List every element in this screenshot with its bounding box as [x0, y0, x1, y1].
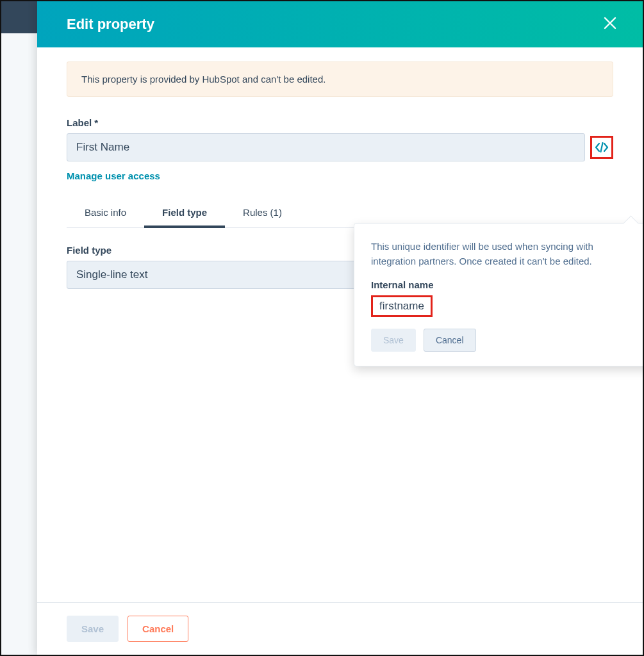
modal-footer: Save Cancel [37, 602, 643, 655]
field-type-value: Single-line text [76, 268, 148, 281]
background-sidebar [1, 33, 37, 655]
tabs: Basic info Field type Rules (1) [67, 199, 361, 228]
popover-cancel-button[interactable]: Cancel [424, 329, 476, 352]
internal-name-popover: This unique identifier will be used when… [354, 223, 643, 366]
modal-header: Edit property [37, 1, 643, 47]
edit-property-modal: Edit property This property is provided … [37, 1, 643, 655]
readonly-alert: This property is provided by HubSpot and… [67, 62, 613, 97]
popover-description: This unique identifier will be used when… [371, 239, 639, 269]
internal-name-toggle[interactable] [590, 136, 613, 159]
tab-basic-info[interactable]: Basic info [67, 199, 144, 228]
popover-save-button[interactable]: Save [371, 329, 416, 352]
cancel-button[interactable]: Cancel [128, 616, 188, 642]
save-button[interactable]: Save [67, 616, 119, 642]
popover-actions: Save Cancel [371, 329, 639, 352]
internal-name-value: firstname [371, 295, 433, 317]
alert-text: This property is provided by HubSpot and… [81, 74, 326, 85]
manage-user-access-link[interactable]: Manage user access [67, 170, 160, 181]
code-icon [595, 142, 609, 152]
close-icon[interactable] [603, 15, 617, 33]
modal-title: Edit property [67, 16, 154, 33]
tab-rules[interactable]: Rules (1) [225, 199, 300, 228]
tab-field-type[interactable]: Field type [144, 199, 225, 228]
modal-body: This property is provided by HubSpot and… [37, 47, 643, 602]
label-input[interactable] [67, 133, 585, 161]
label-field-label: Label * [67, 117, 613, 128]
label-input-row [67, 133, 613, 161]
popover-internal-name-label: Internal name [371, 279, 639, 290]
